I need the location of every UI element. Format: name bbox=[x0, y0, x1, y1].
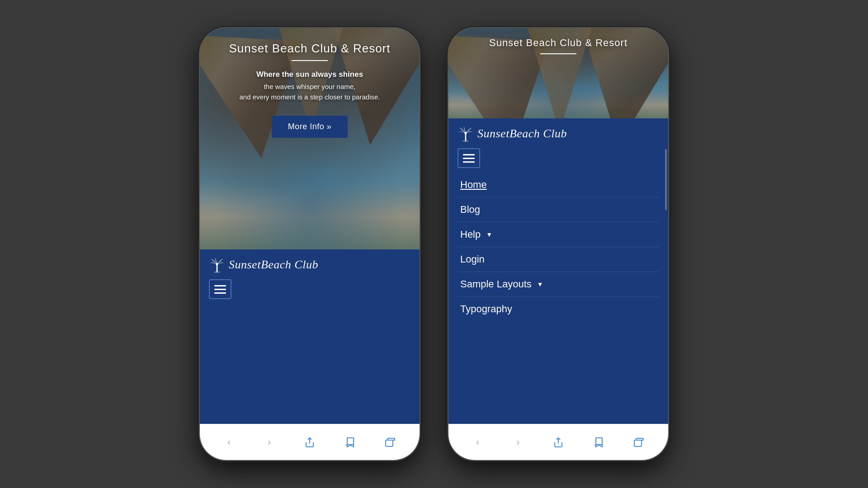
svg-rect-9 bbox=[634, 440, 642, 446]
hero-title-2: Sunset Beach Club & Resort bbox=[458, 37, 659, 49]
nav-item-blog[interactable]: Blog bbox=[458, 197, 659, 222]
phone-1-screen: Sunset Beach Club & Resort Where the sun… bbox=[200, 28, 420, 424]
nav-item-login[interactable]: Login bbox=[458, 247, 659, 272]
forward-button-2[interactable]: › bbox=[511, 436, 525, 449]
svg-point-2 bbox=[216, 263, 218, 265]
hero-content-1: Sunset Beach Club & Resort Where the sun… bbox=[200, 28, 420, 147]
hamburger-line-6 bbox=[463, 161, 475, 163]
bookmarks-button-1[interactable] bbox=[343, 436, 357, 449]
svg-rect-4 bbox=[386, 440, 393, 446]
nav-item-help[interactable]: Help ▼ bbox=[458, 222, 659, 247]
hero-tagline-sub: the waves whisper your name,and every mo… bbox=[209, 82, 410, 102]
svg-rect-6 bbox=[465, 133, 467, 141]
nav-item-login-label: Login bbox=[460, 253, 485, 265]
phone-2: Sunset Beach Club & Resort SunsetBeach C… bbox=[448, 27, 669, 461]
bookmarks-button-2[interactable] bbox=[592, 436, 605, 449]
nav-item-home-label: Home bbox=[460, 179, 487, 191]
nav-section-1: SunsetBeach Club bbox=[200, 249, 420, 424]
nav-item-sample-layouts-label: Sample Layouts bbox=[460, 278, 532, 290]
hero-divider-1 bbox=[292, 60, 328, 61]
sample-layouts-dropdown-arrow: ▼ bbox=[537, 281, 543, 288]
nav-item-home[interactable]: Home bbox=[458, 173, 659, 197]
nav-section-2: SunsetBeach Club Home Blog Help ▼ bbox=[448, 118, 668, 424]
tabs-button-2[interactable] bbox=[632, 436, 646, 449]
nav-item-blog-label: Blog bbox=[460, 204, 480, 216]
hamburger-line-2 bbox=[214, 289, 226, 290]
brand-logo-2: SunsetBeach Club bbox=[458, 126, 659, 142]
forward-button-1[interactable]: › bbox=[263, 436, 276, 449]
help-dropdown-arrow: ▼ bbox=[486, 231, 492, 238]
share-button-2[interactable] bbox=[552, 436, 565, 449]
svg-point-7 bbox=[464, 132, 467, 134]
brand-name-1: SunsetBeach Club bbox=[229, 258, 318, 272]
brand-name-2: SunsetBeach Club bbox=[477, 127, 567, 141]
svg-rect-1 bbox=[217, 264, 218, 272]
phone-1: Sunset Beach Club & Resort Where the sun… bbox=[199, 27, 420, 461]
phone-2-screen: Sunset Beach Club & Resort SunsetBeach C… bbox=[448, 28, 668, 424]
nav-item-help-label: Help bbox=[460, 229, 481, 240]
hero-content-2: Sunset Beach Club & Resort bbox=[448, 28, 668, 70]
hero-section-1: Sunset Beach Club & Resort Where the sun… bbox=[200, 28, 420, 249]
back-button-1[interactable]: ‹ bbox=[222, 436, 236, 449]
nav-menu-2: Home Blog Help ▼ Login Sample Layouts ▼ bbox=[458, 173, 659, 321]
brand-icon-1 bbox=[209, 257, 225, 273]
hamburger-line-4 bbox=[463, 154, 475, 155]
hamburger-line-1 bbox=[214, 285, 226, 286]
nav-item-typography-label: Typography bbox=[460, 303, 512, 315]
hamburger-button-1[interactable] bbox=[209, 279, 231, 299]
back-button-2[interactable]: ‹ bbox=[471, 436, 485, 449]
hero-section-2: Sunset Beach Club & Resort bbox=[448, 28, 668, 118]
browser-bar-1: ‹ › bbox=[200, 424, 420, 460]
brand-icon-2 bbox=[458, 126, 474, 142]
tabs-button-1[interactable] bbox=[383, 436, 397, 449]
share-button-1[interactable] bbox=[303, 436, 316, 449]
more-info-button[interactable]: More Info » bbox=[272, 116, 348, 138]
scroll-indicator-2 bbox=[665, 149, 667, 210]
browser-bar-2: ‹ › bbox=[448, 424, 668, 460]
hero-tagline-main: Where the sun always shines bbox=[209, 70, 410, 79]
hero-title-1: Sunset Beach Club & Resort bbox=[209, 42, 410, 56]
hero-divider-2 bbox=[540, 53, 576, 54]
hamburger-line-3 bbox=[214, 292, 226, 294]
hamburger-button-2[interactable] bbox=[458, 148, 480, 168]
hamburger-line-5 bbox=[463, 158, 475, 159]
nav-item-typography[interactable]: Typography bbox=[458, 297, 659, 321]
nav-item-sample-layouts[interactable]: Sample Layouts ▼ bbox=[458, 272, 659, 297]
brand-logo-1: SunsetBeach Club bbox=[209, 257, 410, 273]
